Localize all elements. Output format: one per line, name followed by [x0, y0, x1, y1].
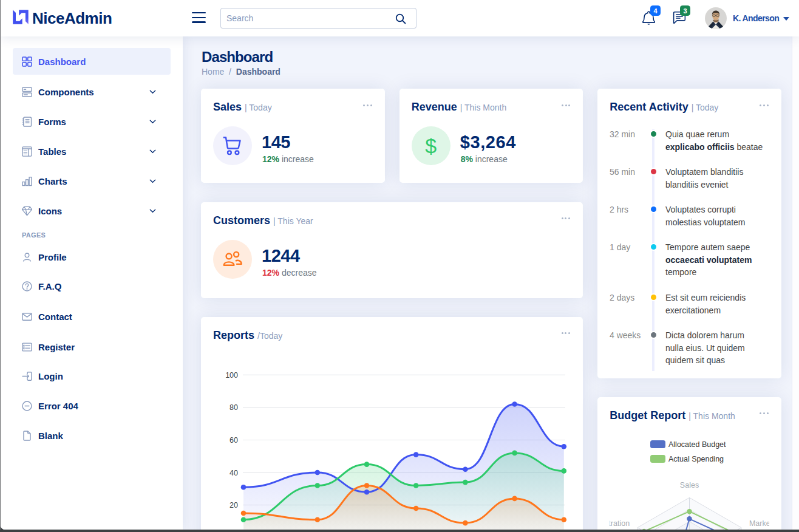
svg-text:Actual Spending: Actual Spending [668, 455, 724, 463]
svg-text:60: 60 [229, 436, 238, 445]
svg-text:100: 100 [225, 370, 238, 379]
svg-text:20: 20 [229, 501, 238, 510]
svg-text:Sales: Sales [680, 481, 699, 489]
svg-text:40: 40 [229, 468, 238, 477]
svg-text:Marketing: Marketing [749, 519, 769, 528]
svg-text:Administration: Administration [610, 519, 630, 528]
svg-text:Allocated Budget: Allocated Budget [668, 440, 726, 449]
svg-text:80: 80 [229, 403, 238, 412]
